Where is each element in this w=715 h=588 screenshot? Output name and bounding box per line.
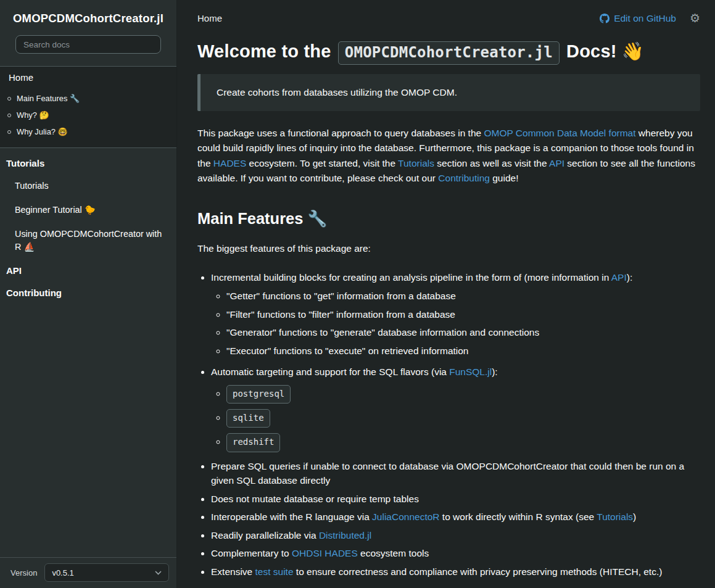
toc-item-label: Why Julia? 🤓 <box>17 127 68 136</box>
text-segment: ): <box>492 366 497 377</box>
sidebar-item-beginner-tutorial[interactable]: Beginner Tutorial 🐤 <box>0 198 176 222</box>
text-segment: This package uses a functional approach … <box>197 128 484 138</box>
list-item-text: Readily parallelizable via Distributed.j… <box>211 530 371 540</box>
link-omop-cdm-format[interactable]: OMOP Common Data Model format <box>484 128 635 138</box>
edit-on-github-link[interactable]: Edit on GitHub <box>600 13 676 24</box>
version-select[interactable]: v0.5.1 <box>44 563 169 582</box>
search-input[interactable] <box>15 35 161 54</box>
link-test-suite[interactable]: test suite <box>255 566 294 577</box>
admonition: Create cohorts from databases utilizing … <box>197 74 700 111</box>
version-value: v0.5.1 <box>52 568 73 578</box>
link-juliaconnector[interactable]: JuliaConnectoR <box>372 511 439 522</box>
code-chip: redshift <box>226 433 280 452</box>
text-segment: to ensure correctness and compliance wit… <box>294 566 663 577</box>
inline-code: OMOPCDMCohortCreator.jl <box>338 41 560 65</box>
topbar: Home Edit on GitHub ⚙ <box>197 12 700 24</box>
list-item-text: Does not mutate database or require temp… <box>211 494 419 504</box>
toc-item-label: Why? 🤔 <box>17 110 49 120</box>
text-segment: Incremental building blocks for creating… <box>211 272 611 283</box>
list-item: Incremental building blocks for creating… <box>211 270 700 358</box>
text-segment: ecosystem tools <box>358 548 429 558</box>
list-item-text: Automatic targeting and support for the … <box>211 366 498 377</box>
admonition-text: Create cohorts from databases utilizing … <box>217 87 684 98</box>
list-item: redshift <box>226 433 700 452</box>
list-item-text: Prepare SQL queries if unable to connect… <box>211 461 684 486</box>
sidebar-nav: Home Main Features 🔧 Why? 🤔 Why Julia? 🤓… <box>0 66 176 304</box>
sidebar-item-contributing[interactable]: Contributing <box>0 281 176 304</box>
list-item-text: Interoperable with the R language via Ju… <box>211 511 636 522</box>
list-item: Automatic targeting and support for the … <box>211 365 700 452</box>
gear-icon[interactable]: ⚙ <box>690 12 700 24</box>
main-content: Home Edit on GitHub ⚙ Welcome to the OMO… <box>177 0 715 588</box>
text-segment: Docs! 👋 <box>561 41 644 61</box>
list-item: "Executor" functions to "execute" on ret… <box>226 344 700 358</box>
circle-marker-icon <box>7 97 11 101</box>
text-segment: Readily parallelizable via <box>211 530 319 540</box>
toc-item-main-features[interactable]: Main Features 🔧 <box>0 90 176 107</box>
text-segment: to work directly within R syntax (see <box>440 511 597 522</box>
list-item: Does not mutate database or require temp… <box>211 492 700 507</box>
chevron-down-icon <box>155 571 162 575</box>
feature-list: Incremental building blocks for creating… <box>197 270 700 579</box>
text-segment: section as well as visit the <box>434 158 549 168</box>
list-item: "Generator" functions to "generate" data… <box>226 325 700 340</box>
top-actions: Edit on GitHub ⚙ <box>600 12 700 24</box>
text-segment: Interoperable with the R language via <box>211 511 372 522</box>
toc-item-why-julia[interactable]: Why Julia? 🤓 <box>0 123 176 140</box>
code-chip: sqlite <box>226 409 270 428</box>
page-toc: Main Features 🔧 Why? 🤔 Why Julia? 🤓 <box>0 88 176 143</box>
list-item: Extensive test suite to ensure correctne… <box>211 565 700 579</box>
version-label: Version <box>10 568 37 578</box>
text-segment: Extensive <box>211 566 255 577</box>
list-item: Prepare SQL queries if unable to connect… <box>211 459 700 488</box>
breadcrumb[interactable]: Home <box>197 13 222 23</box>
link-ohdsi-hades[interactable]: OHDSI HADES <box>292 548 358 558</box>
link-distributed[interactable]: Distributed.jl <box>319 530 371 540</box>
circle-marker-icon <box>7 114 11 117</box>
text-segment: ): <box>627 272 632 283</box>
sidebar-active-block: Home Main Features 🔧 Why? 🤔 Why Julia? 🤓 <box>0 66 176 148</box>
link-hades[interactable]: HADES <box>213 158 246 168</box>
intro-paragraph: This package uses a functional approach … <box>197 126 700 186</box>
sub-list: postgresql sqlite redshift <box>211 385 700 452</box>
text-segment: ) <box>633 511 636 522</box>
text-segment: Complementary to <box>211 548 292 558</box>
list-item: Complementary to OHDSI HADES ecosystem t… <box>211 546 700 561</box>
list-item-text: Complementary to OHDSI HADES ecosystem t… <box>211 548 429 558</box>
sidebar-item-api[interactable]: API <box>0 259 176 281</box>
list-item: "Filter" functions to "filter" informati… <box>226 307 700 322</box>
version-bar: Version v0.5.1 <box>0 557 176 588</box>
sidebar-item-tutorials[interactable]: Tutorials <box>0 174 176 198</box>
list-item: sqlite <box>226 409 700 428</box>
toc-item-label: Main Features 🔧 <box>17 94 80 103</box>
sidebar-item-home[interactable]: Home <box>0 67 176 88</box>
toc-item-why[interactable]: Why? 🤔 <box>0 107 176 123</box>
sidebar-item-using-with-r[interactable]: Using OMOPCDMCohortCreator with R ⛵ <box>0 222 176 259</box>
list-item-text: Incremental building blocks for creating… <box>211 272 632 283</box>
list-item: "Getter" functions to "get" information … <box>226 289 700 304</box>
link-contributing[interactable]: Contributing <box>438 173 490 183</box>
text-segment: Does not mutate database or require temp… <box>211 494 419 504</box>
site-title: OMOPCDMCohortCreator.jl <box>0 0 176 34</box>
features-lead: The biggest features of this package are… <box>197 241 700 256</box>
link-tutorials[interactable]: Tutorials <box>398 158 434 168</box>
link-tutorials-list[interactable]: Tutorials <box>597 511 633 522</box>
list-item: Readily parallelizable via Distributed.j… <box>211 528 700 543</box>
sidebar: OMOPCDMCohortCreator.jl Home Main Featur… <box>0 0 177 588</box>
sub-list: "Getter" functions to "get" information … <box>211 289 700 358</box>
link-funsql[interactable]: FunSQL.jl <box>449 366 492 377</box>
text-segment: Automatic targeting and support for the … <box>211 366 449 377</box>
text-segment: guide! <box>490 173 519 183</box>
link-api[interactable]: API <box>549 158 564 168</box>
list-item-text: Extensive test suite to ensure correctne… <box>211 566 662 577</box>
link-api-list[interactable]: API <box>611 272 627 283</box>
page-title: Welcome to the OMOPCDMCohortCreator.jl D… <box>197 41 700 62</box>
search <box>0 34 176 66</box>
circle-marker-icon <box>7 130 11 134</box>
sidebar-section-tutorials[interactable]: Tutorials <box>0 152 176 174</box>
text-segment: Welcome to the <box>197 41 336 61</box>
list-item: Interoperable with the R language via Ju… <box>211 510 700 524</box>
code-chip: postgresql <box>226 385 291 404</box>
tutorials-pages: Tutorials Beginner Tutorial 🐤 Using OMOP… <box>0 174 176 259</box>
github-icon <box>600 14 610 23</box>
